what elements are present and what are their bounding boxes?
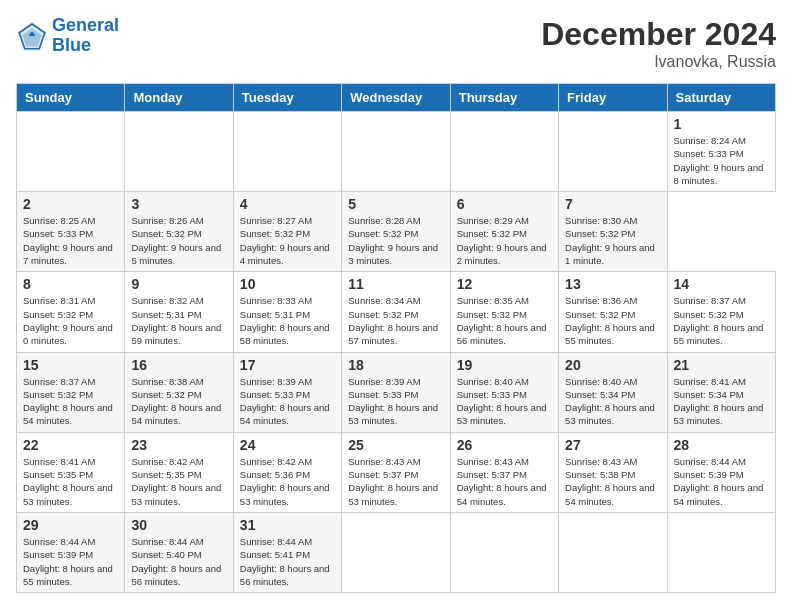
- day-info: Sunrise: 8:40 AMSunset: 5:34 PMDaylight:…: [565, 375, 660, 428]
- empty-cell: [667, 512, 775, 592]
- day-info: Sunrise: 8:28 AMSunset: 5:32 PMDaylight:…: [348, 214, 443, 267]
- empty-cell: [342, 512, 450, 592]
- day-number: 8: [23, 276, 118, 292]
- day-cell-31: 31Sunrise: 8:44 AMSunset: 5:41 PMDayligh…: [233, 512, 341, 592]
- empty-cell: [450, 512, 558, 592]
- day-cell-1: 1Sunrise: 8:24 AMSunset: 5:33 PMDaylight…: [667, 112, 775, 192]
- day-number: 28: [674, 437, 769, 453]
- day-number: 23: [131, 437, 226, 453]
- day-cell-15: 15Sunrise: 8:37 AMSunset: 5:32 PMDayligh…: [17, 352, 125, 432]
- day-cell-22: 22Sunrise: 8:41 AMSunset: 5:35 PMDayligh…: [17, 432, 125, 512]
- day-info: Sunrise: 8:43 AMSunset: 5:37 PMDaylight:…: [457, 455, 552, 508]
- day-number: 11: [348, 276, 443, 292]
- day-info: Sunrise: 8:43 AMSunset: 5:37 PMDaylight:…: [348, 455, 443, 508]
- day-number: 14: [674, 276, 769, 292]
- location: Ivanovka, Russia: [541, 53, 776, 71]
- day-info: Sunrise: 8:30 AMSunset: 5:32 PMDaylight:…: [565, 214, 660, 267]
- calendar-table: SundayMondayTuesdayWednesdayThursdayFrid…: [16, 83, 776, 593]
- day-cell-12: 12Sunrise: 8:35 AMSunset: 5:32 PMDayligh…: [450, 272, 558, 352]
- day-number: 19: [457, 357, 552, 373]
- day-info: Sunrise: 8:41 AMSunset: 5:35 PMDaylight:…: [23, 455, 118, 508]
- day-info: Sunrise: 8:43 AMSunset: 5:38 PMDaylight:…: [565, 455, 660, 508]
- day-header-wednesday: Wednesday: [342, 84, 450, 112]
- day-number: 21: [674, 357, 769, 373]
- week-row-1: 1Sunrise: 8:24 AMSunset: 5:33 PMDaylight…: [17, 112, 776, 192]
- day-cell-19: 19Sunrise: 8:40 AMSunset: 5:33 PMDayligh…: [450, 352, 558, 432]
- day-cell-13: 13Sunrise: 8:36 AMSunset: 5:32 PMDayligh…: [559, 272, 667, 352]
- day-number: 1: [674, 116, 769, 132]
- week-row-4: 15Sunrise: 8:37 AMSunset: 5:32 PMDayligh…: [17, 352, 776, 432]
- day-number: 17: [240, 357, 335, 373]
- day-info: Sunrise: 8:42 AMSunset: 5:35 PMDaylight:…: [131, 455, 226, 508]
- empty-cell: [559, 112, 667, 192]
- day-info: Sunrise: 8:36 AMSunset: 5:32 PMDaylight:…: [565, 294, 660, 347]
- day-cell-14: 14Sunrise: 8:37 AMSunset: 5:32 PMDayligh…: [667, 272, 775, 352]
- day-cell-3: 3Sunrise: 8:26 AMSunset: 5:32 PMDaylight…: [125, 192, 233, 272]
- day-number: 9: [131, 276, 226, 292]
- day-info: Sunrise: 8:39 AMSunset: 5:33 PMDaylight:…: [348, 375, 443, 428]
- empty-cell: [559, 512, 667, 592]
- day-info: Sunrise: 8:44 AMSunset: 5:39 PMDaylight:…: [23, 535, 118, 588]
- day-cell-25: 25Sunrise: 8:43 AMSunset: 5:37 PMDayligh…: [342, 432, 450, 512]
- day-cell-7: 7Sunrise: 8:30 AMSunset: 5:32 PMDaylight…: [559, 192, 667, 272]
- day-number: 26: [457, 437, 552, 453]
- empty-cell: [342, 112, 450, 192]
- day-number: 2: [23, 196, 118, 212]
- day-number: 15: [23, 357, 118, 373]
- day-number: 6: [457, 196, 552, 212]
- month-title: December 2024: [541, 16, 776, 53]
- day-number: 25: [348, 437, 443, 453]
- day-number: 31: [240, 517, 335, 533]
- logo-line1: General: [52, 15, 119, 35]
- week-row-2: 2Sunrise: 8:25 AMSunset: 5:33 PMDaylight…: [17, 192, 776, 272]
- day-cell-5: 5Sunrise: 8:28 AMSunset: 5:32 PMDaylight…: [342, 192, 450, 272]
- day-cell-26: 26Sunrise: 8:43 AMSunset: 5:37 PMDayligh…: [450, 432, 558, 512]
- day-cell-30: 30Sunrise: 8:44 AMSunset: 5:40 PMDayligh…: [125, 512, 233, 592]
- title-section: December 2024 Ivanovka, Russia: [541, 16, 776, 71]
- day-info: Sunrise: 8:39 AMSunset: 5:33 PMDaylight:…: [240, 375, 335, 428]
- logo-text: General Blue: [52, 16, 119, 56]
- day-info: Sunrise: 8:24 AMSunset: 5:33 PMDaylight:…: [674, 134, 769, 187]
- empty-cell: [125, 112, 233, 192]
- day-info: Sunrise: 8:34 AMSunset: 5:32 PMDaylight:…: [348, 294, 443, 347]
- day-info: Sunrise: 8:32 AMSunset: 5:31 PMDaylight:…: [131, 294, 226, 347]
- week-row-5: 22Sunrise: 8:41 AMSunset: 5:35 PMDayligh…: [17, 432, 776, 512]
- day-header-thursday: Thursday: [450, 84, 558, 112]
- day-info: Sunrise: 8:38 AMSunset: 5:32 PMDaylight:…: [131, 375, 226, 428]
- day-cell-11: 11Sunrise: 8:34 AMSunset: 5:32 PMDayligh…: [342, 272, 450, 352]
- day-cell-29: 29Sunrise: 8:44 AMSunset: 5:39 PMDayligh…: [17, 512, 125, 592]
- day-info: Sunrise: 8:31 AMSunset: 5:32 PMDaylight:…: [23, 294, 118, 347]
- day-info: Sunrise: 8:33 AMSunset: 5:31 PMDaylight:…: [240, 294, 335, 347]
- day-number: 4: [240, 196, 335, 212]
- day-number: 10: [240, 276, 335, 292]
- logo: General Blue: [16, 16, 119, 56]
- day-info: Sunrise: 8:26 AMSunset: 5:32 PMDaylight:…: [131, 214, 226, 267]
- day-info: Sunrise: 8:35 AMSunset: 5:32 PMDaylight:…: [457, 294, 552, 347]
- day-cell-2: 2Sunrise: 8:25 AMSunset: 5:33 PMDaylight…: [17, 192, 125, 272]
- day-cell-6: 6Sunrise: 8:29 AMSunset: 5:32 PMDaylight…: [450, 192, 558, 272]
- day-cell-23: 23Sunrise: 8:42 AMSunset: 5:35 PMDayligh…: [125, 432, 233, 512]
- day-number: 27: [565, 437, 660, 453]
- day-number: 20: [565, 357, 660, 373]
- day-cell-9: 9Sunrise: 8:32 AMSunset: 5:31 PMDaylight…: [125, 272, 233, 352]
- day-info: Sunrise: 8:37 AMSunset: 5:32 PMDaylight:…: [23, 375, 118, 428]
- day-info: Sunrise: 8:44 AMSunset: 5:39 PMDaylight:…: [674, 455, 769, 508]
- day-number: 3: [131, 196, 226, 212]
- day-info: Sunrise: 8:42 AMSunset: 5:36 PMDaylight:…: [240, 455, 335, 508]
- empty-cell: [450, 112, 558, 192]
- day-info: Sunrise: 8:44 AMSunset: 5:40 PMDaylight:…: [131, 535, 226, 588]
- day-info: Sunrise: 8:27 AMSunset: 5:32 PMDaylight:…: [240, 214, 335, 267]
- day-cell-28: 28Sunrise: 8:44 AMSunset: 5:39 PMDayligh…: [667, 432, 775, 512]
- logo-line2: Blue: [52, 35, 91, 55]
- day-cell-10: 10Sunrise: 8:33 AMSunset: 5:31 PMDayligh…: [233, 272, 341, 352]
- day-cell-18: 18Sunrise: 8:39 AMSunset: 5:33 PMDayligh…: [342, 352, 450, 432]
- day-number: 18: [348, 357, 443, 373]
- day-info: Sunrise: 8:40 AMSunset: 5:33 PMDaylight:…: [457, 375, 552, 428]
- empty-cell: [17, 112, 125, 192]
- logo-icon: [16, 20, 48, 52]
- day-header-saturday: Saturday: [667, 84, 775, 112]
- day-cell-16: 16Sunrise: 8:38 AMSunset: 5:32 PMDayligh…: [125, 352, 233, 432]
- days-header-row: SundayMondayTuesdayWednesdayThursdayFrid…: [17, 84, 776, 112]
- day-info: Sunrise: 8:25 AMSunset: 5:33 PMDaylight:…: [23, 214, 118, 267]
- day-number: 5: [348, 196, 443, 212]
